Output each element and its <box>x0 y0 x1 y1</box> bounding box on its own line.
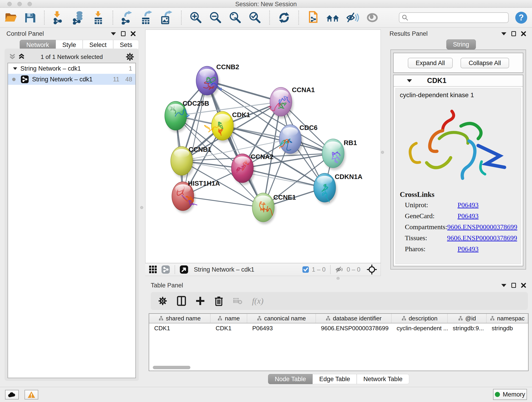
crosslink-link[interactable]: P06493 <box>457 201 479 209</box>
birds-eye-icon[interactable] <box>180 265 188 274</box>
table-panel: Table Panel f(x) shared namenamecanonica… <box>145 280 532 387</box>
horizontal-scrollbar[interactable] <box>153 366 190 369</box>
share-view-icon[interactable] <box>161 265 170 274</box>
table-cell[interactable]: cyclin-dependent ... <box>392 323 448 333</box>
zoom-out-icon[interactable] <box>209 11 222 25</box>
network-node-ccne1[interactable] <box>252 193 276 224</box>
column-header-label: shared name <box>166 315 201 322</box>
gray-eye-icon[interactable] <box>365 11 379 25</box>
left-splitter-handle[interactable] <box>140 206 143 209</box>
network-from-file-icon[interactable] <box>306 11 320 25</box>
import-network-icon[interactable] <box>52 11 66 25</box>
memory-button[interactable]: Memory <box>493 389 527 400</box>
result-collapse-icon[interactable] <box>407 79 412 82</box>
crosslink-link[interactable]: P06493 <box>457 212 479 220</box>
save-session-icon[interactable] <box>23 11 37 25</box>
tree-root-label: String Network – cdk1 <box>20 65 81 72</box>
add-column-icon[interactable] <box>196 296 205 306</box>
panel-float-icon[interactable] <box>511 31 516 36</box>
column-type-icon <box>458 316 463 321</box>
table-cell[interactable]: 9606.ENSP00000378699 <box>316 323 392 333</box>
column-header-name[interactable]: name <box>210 314 247 323</box>
table-gear-icon[interactable] <box>158 296 167 306</box>
table-cell[interactable]: CDK1 <box>210 323 247 333</box>
node-label-ccnb1: CCNB1 <box>189 146 211 153</box>
help-icon[interactable]: ? <box>515 11 528 25</box>
table-cell[interactable]: P06493 <box>247 323 316 333</box>
delete-table-icon[interactable] <box>233 297 242 305</box>
hidden-eye-icon[interactable] <box>335 266 344 273</box>
tree-expand-icon[interactable] <box>13 67 17 70</box>
export-table-icon[interactable] <box>140 11 154 25</box>
node-label-cdc25b: CDC25B <box>183 100 209 107</box>
panel-close-icon[interactable] <box>521 283 526 288</box>
panel-menu-icon[interactable] <box>501 284 506 287</box>
column-header-namespac[interactable]: namespac <box>487 314 528 323</box>
crosslink-link[interactable]: P06493 <box>457 245 479 253</box>
import-database-icon[interactable] <box>72 11 85 25</box>
column-header-@id[interactable]: @id <box>448 314 487 323</box>
table-cell[interactable]: stringdb:9... <box>448 323 487 333</box>
export-network-icon[interactable] <box>120 11 134 25</box>
panel-float-icon[interactable] <box>121 31 126 36</box>
network-node-cdc6[interactable] <box>279 125 303 156</box>
fx-builder-icon[interactable]: f(x) <box>252 296 264 306</box>
home-pair-icon[interactable] <box>326 11 340 25</box>
table-row[interactable]: CDK1CDK1P064939606.ENSP00000378699cyclin… <box>149 323 528 333</box>
network-canvas[interactable]: CCNB2CCNA1CDC25BCDK1CDC6RB1CCNB1CCNA2CDK… <box>145 30 381 263</box>
zoom-in-icon[interactable] <box>189 11 203 25</box>
panel-float-icon[interactable] <box>511 283 516 288</box>
cloud-status-button[interactable] <box>5 390 19 400</box>
panel-close-icon[interactable] <box>131 31 136 36</box>
collapse-all-button[interactable]: Collapse All <box>461 58 509 68</box>
network-node-ccnb2[interactable] <box>196 66 221 97</box>
search-input[interactable] <box>409 14 505 21</box>
network-node-ccna1[interactable] <box>268 87 293 119</box>
tab-edge-table[interactable]: Edge Table <box>312 374 357 384</box>
network-tree-root-row[interactable]: String Network – cdk1 1 <box>8 63 135 74</box>
grid-view-icon[interactable] <box>149 265 157 274</box>
crosslink-link[interactable]: 9606.ENSP00000378699 <box>447 223 517 231</box>
node-label-cdkn1a: CDKN1A <box>335 173 362 180</box>
zoom-fit-icon[interactable] <box>228 11 242 25</box>
network-edge[interactable] <box>183 81 207 196</box>
refresh-layout-icon[interactable] <box>277 11 291 25</box>
column-header-canonical-name[interactable]: canonical name <box>247 314 316 323</box>
export-image-icon[interactable] <box>160 11 174 25</box>
tab-network-table[interactable]: Network Table <box>357 374 409 384</box>
table-cell[interactable]: stringdb <box>487 323 528 333</box>
open-session-icon[interactable] <box>4 11 17 25</box>
show-columns-icon[interactable] <box>177 296 186 306</box>
delete-column-icon[interactable] <box>215 296 223 306</box>
expand-all-chevron-icon[interactable] <box>18 53 25 61</box>
network-tree-child-row[interactable]: String Network – cdk1 11 48 <box>8 74 135 85</box>
gear-icon[interactable] <box>126 52 134 61</box>
expand-all-button[interactable]: Expand All <box>408 58 453 68</box>
network-graph[interactable]: CCNB2CCNA1CDC25BCDK1CDC6RB1CCNB1CCNA2CDK… <box>146 30 381 263</box>
panel-close-icon[interactable] <box>521 31 526 36</box>
control-panel: Control Panel NetworkStyleSelectSets 1 o… <box>0 27 142 387</box>
search-icon <box>402 14 409 21</box>
collapse-all-chevron-icon[interactable] <box>9 53 16 61</box>
network-node-rb1[interactable] <box>322 139 346 170</box>
crosslink-link[interactable]: 9606.ENSP00000378699 <box>447 234 517 242</box>
panel-menu-icon[interactable] <box>501 32 506 35</box>
tab-node-table[interactable]: Node Table <box>268 374 312 384</box>
column-header-shared-name[interactable]: shared name <box>149 314 210 323</box>
import-table-icon[interactable] <box>91 11 105 25</box>
table-cell[interactable]: CDK1 <box>149 323 210 333</box>
panel-menu-icon[interactable] <box>111 32 116 35</box>
fit-selected-crosshair-icon[interactable] <box>367 264 377 274</box>
column-header-database-identifier[interactable]: database identifier <box>316 314 392 323</box>
network-node-cdkn1a[interactable] <box>314 173 337 204</box>
zoom-selected-icon[interactable] <box>248 11 262 25</box>
column-header-description[interactable]: description <box>392 314 448 323</box>
tab-string[interactable]: String <box>446 39 476 50</box>
warning-status-button[interactable] <box>25 390 38 400</box>
right-splitter-handle[interactable] <box>381 151 384 154</box>
network-edge[interactable] <box>207 81 263 207</box>
result-description: cyclin-dependent kinase 1 <box>396 88 521 99</box>
search-field[interactable] <box>399 12 508 23</box>
selected-checkbox-icon[interactable] <box>302 266 309 273</box>
hide-eye-icon[interactable] <box>346 11 360 25</box>
